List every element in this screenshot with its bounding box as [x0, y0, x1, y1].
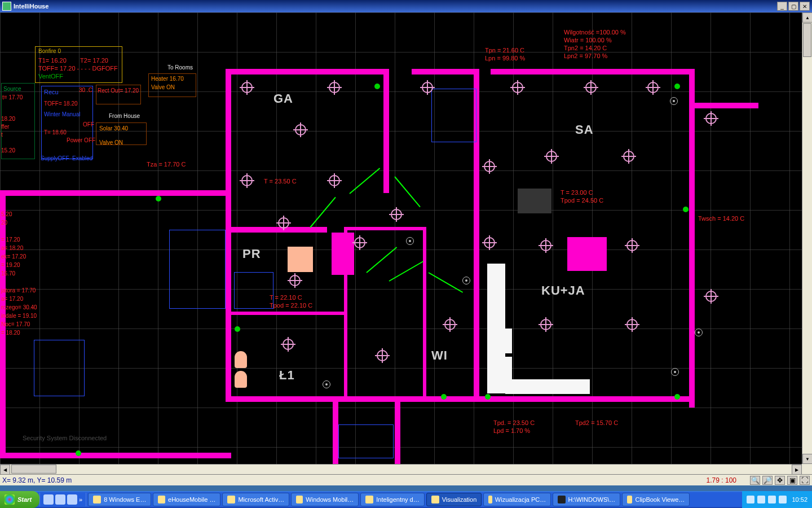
scroll-up-icon[interactable]: ▲ — [802, 12, 812, 23]
taskbar-item-active[interactable]: Visualization — [426, 493, 482, 506]
light-icon[interactable] — [625, 317, 639, 332]
source-title: Source — [3, 86, 21, 92]
close-button[interactable]: ✕ — [800, 2, 810, 11]
sensor-icon — [462, 277, 470, 284]
tray-icon[interactable] — [747, 496, 754, 503]
light-icon[interactable] — [389, 207, 404, 222]
maximize-button[interactable]: ▢ — [788, 2, 798, 11]
light-icon[interactable] — [646, 80, 660, 95]
object — [518, 189, 551, 213]
env-topright: Wilgotność =100.00 %Wiatr = 100.00 % Tpn… — [564, 28, 626, 60]
clock[interactable]: 10:52 — [789, 496, 807, 503]
light-icon[interactable] — [240, 80, 254, 95]
app-icon — [431, 496, 439, 503]
tool-pan-icon[interactable]: ✥ — [775, 476, 785, 485]
light-icon[interactable] — [327, 80, 342, 95]
stairs — [169, 230, 226, 309]
tool-fit-icon[interactable]: ▣ — [787, 476, 797, 485]
room-label-kuja: KU+JA — [541, 283, 585, 298]
wall — [474, 396, 694, 402]
toilet-icon — [235, 351, 247, 368]
scroll-right-icon[interactable]: ▶ — [792, 465, 802, 475]
env-tpd: Tpd. = 23.50 CLpd = 1.70 % — [493, 419, 535, 435]
taskbar-item[interactable]: Microsoft Activ… — [222, 493, 289, 506]
ql-overflow-icon[interactable]: » — [79, 496, 82, 503]
source-box — [1, 83, 35, 159]
fixture — [288, 247, 313, 272]
door — [394, 176, 421, 207]
light-icon[interactable] — [539, 317, 553, 332]
vertical-scrollbar[interactable]: ▲ ▼ — [802, 12, 812, 464]
counter — [505, 379, 590, 394]
appliance — [487, 329, 512, 353]
wall — [691, 103, 758, 108]
wall — [491, 69, 694, 75]
light-icon[interactable] — [621, 149, 636, 164]
tray-icon[interactable] — [768, 496, 776, 503]
app-icon — [227, 496, 235, 503]
ql-app-icon[interactable] — [67, 494, 77, 505]
start-button[interactable]: Start — [0, 491, 39, 508]
recu-title: Recu — [44, 89, 59, 95]
tool-fullscreen-icon[interactable]: ⛶ — [800, 476, 810, 485]
blue-box — [234, 272, 273, 309]
heater-valve: Valve ON — [151, 84, 175, 91]
minimize-button[interactable]: _ — [777, 2, 787, 11]
recu-sup: SupplyOFF — [41, 155, 69, 161]
light-icon[interactable] — [288, 273, 302, 288]
light-icon[interactable] — [482, 159, 497, 174]
taskbar-item[interactable]: Windows Mobil… — [291, 493, 359, 506]
room-label-wi: WI — [431, 348, 448, 363]
light-icon[interactable] — [544, 149, 559, 164]
light-icon[interactable] — [327, 173, 342, 188]
light-icon[interactable] — [276, 216, 291, 230]
light-icon[interactable] — [375, 348, 390, 363]
light-icon[interactable] — [443, 317, 457, 332]
door — [310, 197, 336, 228]
recu-ex: Exabled — [72, 155, 92, 161]
light-icon[interactable] — [482, 235, 497, 250]
from-house: From House — [109, 113, 140, 119]
light-icon[interactable] — [704, 289, 718, 304]
taskbar-item[interactable]: ClipBook Viewe… — [622, 493, 690, 506]
light-icon[interactable] — [510, 80, 525, 95]
wall — [347, 227, 426, 230]
ql-desktop-icon[interactable] — [55, 494, 65, 505]
sensor-icon — [323, 380, 330, 388]
stairs — [431, 89, 476, 142]
taskbar-item[interactable]: eHouseMobile … — [153, 493, 220, 506]
light-icon[interactable] — [704, 111, 718, 126]
heater-title: Heater 16.70 — [151, 76, 184, 82]
taskbar-item[interactable]: H:\WINDOWS\… — [553, 493, 620, 506]
scroll-left-icon[interactable]: ◀ — [0, 465, 10, 475]
taskbar-item[interactable]: Wizualizacja PC… — [483, 493, 551, 506]
windows-logo-icon — [5, 494, 15, 505]
scroll-thumb[interactable] — [803, 23, 811, 57]
light-icon[interactable] — [293, 122, 308, 137]
light-icon[interactable] — [539, 238, 553, 253]
app-icon — [2, 2, 11, 11]
scroll-thumb[interactable] — [11, 465, 56, 474]
light-icon[interactable] — [352, 235, 367, 250]
scroll-down-icon[interactable]: ▼ — [802, 454, 812, 464]
light-icon[interactable] — [625, 238, 639, 253]
light-icon[interactable] — [584, 80, 598, 95]
light-icon[interactable] — [420, 80, 435, 95]
system-tray: 10:52 — [742, 491, 812, 508]
tray-icon[interactable] — [757, 496, 765, 503]
tool-zoom-in-icon[interactable]: 🔍 — [750, 476, 760, 485]
sensor-icon — [670, 97, 678, 105]
tool-zoom-out-icon[interactable]: 🔎 — [762, 476, 773, 485]
app-icon — [627, 496, 632, 503]
taskbar-item[interactable]: Inteligentny d… — [360, 493, 424, 506]
tray-icon[interactable] — [779, 496, 787, 503]
ql-ie-icon[interactable] — [43, 494, 54, 505]
light-icon[interactable] — [281, 337, 295, 352]
wall — [412, 69, 474, 75]
appliance — [487, 357, 512, 382]
sensor-dot — [374, 84, 380, 89]
horizontal-scrollbar[interactable]: ◀ ▶ — [0, 464, 802, 474]
floorplan-canvas[interactable]: GA SA PR Ł1 WI KU+JA Wilgotność =100.00 … — [0, 12, 802, 464]
light-icon[interactable] — [240, 173, 254, 188]
taskbar-item[interactable]: 8 Windows E… — [88, 493, 151, 506]
